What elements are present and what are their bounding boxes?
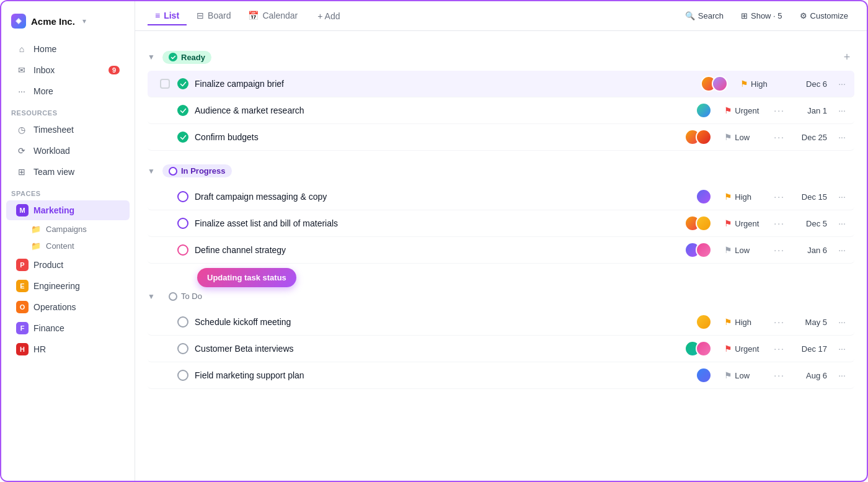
- group-add-ready[interactable]: +: [839, 50, 854, 65]
- task-more-menu[interactable]: ···: [835, 132, 849, 142]
- main-content: ≡ List ⊟ Board 📅 Calendar + Add 🔍 Search…: [135, 1, 867, 481]
- task-status-done[interactable]: [177, 105, 188, 116]
- task-status-todo[interactable]: [177, 316, 188, 328]
- task-status-in-progress[interactable]: [177, 191, 188, 202]
- task-more-menu[interactable]: ···: [835, 218, 849, 228]
- task-more-menu[interactable]: ···: [835, 105, 849, 115]
- tooltip-text: Updating task status: [207, 273, 286, 282]
- task-name: Audience & market research: [195, 105, 696, 115]
- task-checkbox[interactable]: [160, 79, 170, 89]
- in-progress-dot: [169, 167, 177, 176]
- priority-flag-urgent: ⚑: [724, 105, 732, 115]
- space-label: Engineering: [33, 281, 80, 291]
- group-badge-in-progress[interactable]: In Progress: [162, 164, 232, 177]
- task-row[interactable]: Define channel strategy ⚑ Low ··· Jan 6 …: [148, 237, 854, 264]
- chevron-in-progress[interactable]: ▼: [148, 167, 157, 176]
- customize-button[interactable]: ⚙ Customize: [794, 8, 854, 24]
- group-badge-ready[interactable]: Ready: [162, 51, 211, 64]
- task-avatars: [696, 189, 712, 205]
- marketing-badge: M: [16, 204, 29, 216]
- task-status-done[interactable]: [177, 78, 188, 89]
- show-button[interactable]: ⊞ Show · 5: [735, 8, 789, 24]
- priority-label: Low: [735, 133, 750, 142]
- task-more-menu[interactable]: ···: [835, 245, 849, 255]
- task-row[interactable]: Schedule kickoff meeting ⚑ High ··· May …: [148, 309, 854, 336]
- sidebar-item-content[interactable]: 📁 Content: [6, 238, 130, 254]
- tab-list[interactable]: ≡ List: [148, 7, 187, 25]
- avatar: [696, 215, 712, 231]
- task-priority: ⚑ High: [724, 317, 774, 327]
- priority-flag-low: ⚑: [724, 370, 732, 380]
- tab-board[interactable]: ⊟ Board: [189, 7, 238, 25]
- sidebar-item-more[interactable]: ··· More: [6, 81, 130, 101]
- task-row[interactable]: Audience & market research ⚑ Urgent ··· …: [148, 97, 854, 124]
- engineering-badge: E: [16, 280, 29, 292]
- sidebar-item-marketing[interactable]: M Marketing: [6, 200, 130, 220]
- group-header-in-progress: ▼ In Progress: [148, 161, 854, 181]
- task-row[interactable]: Confirm budgets ⚑ Low ··· Dec 25 ···: [148, 124, 854, 151]
- task-list-content: ▼ Ready + Finalize campaign brief ⚑: [135, 31, 867, 481]
- sidebar-item-label: Home: [33, 44, 56, 54]
- group-badge-todo[interactable]: To Do: [162, 290, 208, 303]
- task-status-todo[interactable]: [177, 370, 188, 381]
- task-status-done[interactable]: [177, 132, 188, 143]
- avatar: [696, 314, 712, 330]
- avatar: [696, 129, 712, 145]
- chevron-ready[interactable]: ▼: [148, 53, 157, 61]
- task-more-menu[interactable]: ···: [835, 79, 849, 89]
- task-dots: ···: [774, 218, 785, 228]
- sidebar-item-timesheet[interactable]: ◷ Timesheet: [6, 120, 130, 140]
- task-row[interactable]: Finalize campaign brief ⚑ High Dec 6 ···: [148, 71, 854, 97]
- task-more-menu[interactable]: ···: [835, 317, 849, 327]
- sidebar-item-home[interactable]: ⌂ Home: [6, 39, 130, 59]
- clock-icon: ◷: [16, 124, 27, 135]
- search-button[interactable]: 🔍 Search: [679, 8, 730, 24]
- app-logo[interactable]: Acme Inc. ▾: [1, 9, 135, 38]
- topnav-actions: 🔍 Search ⊞ Show · 5 ⚙ Customize: [679, 8, 854, 24]
- task-avatars: [701, 76, 728, 92]
- task-row[interactable]: Finalize asset list and bill of material…: [148, 210, 854, 237]
- hr-badge: H: [16, 343, 29, 355]
- task-date: Dec 6: [790, 79, 827, 89]
- priority-label: High: [735, 192, 751, 202]
- sidebar-item-product[interactable]: P Product: [6, 255, 130, 275]
- resources-section-label: Resources: [1, 102, 135, 119]
- task-dots: ···: [774, 370, 785, 380]
- task-row[interactable]: Customer Beta interviews ⚑ Urgent ··· De…: [148, 336, 854, 362]
- task-avatars: [684, 215, 712, 231]
- add-button[interactable]: + Add: [310, 7, 347, 25]
- inbox-badge: 9: [108, 66, 120, 74]
- task-date: Dec 5: [790, 219, 827, 228]
- priority-label: Urgent: [735, 219, 759, 228]
- task-priority: ⚑ High: [740, 79, 790, 89]
- sub-item-label: Campaigns: [46, 225, 87, 234]
- sidebar-item-teamview[interactable]: ⊞ Team view: [6, 162, 130, 182]
- group-label-in-progress: In Progress: [181, 166, 226, 176]
- sidebar-item-operations[interactable]: O Operations: [6, 297, 130, 317]
- sidebar-item-finance[interactable]: F Finance: [6, 318, 130, 338]
- task-more-menu[interactable]: ···: [835, 344, 849, 354]
- sidebar-item-inbox[interactable]: ✉ Inbox 9: [6, 60, 130, 80]
- sidebar-item-engineering[interactable]: E Engineering: [6, 276, 130, 296]
- task-status-in-progress[interactable]: [177, 244, 188, 256]
- app-name: Acme Inc.: [31, 16, 75, 27]
- search-icon: 🔍: [685, 11, 695, 20]
- space-label: Operations: [33, 302, 76, 312]
- folder-icon: 📁: [31, 225, 41, 234]
- ready-dot: [169, 53, 177, 61]
- task-row[interactable]: Draft campaign messaging & copy ⚑ High ·…: [148, 184, 854, 210]
- task-row[interactable]: Field marketing support plan ⚑ Low ··· A…: [148, 362, 854, 389]
- sidebar-item-label: Workload: [33, 146, 70, 156]
- task-more-menu[interactable]: ···: [835, 192, 849, 202]
- sidebar-item-campaigns[interactable]: 📁 Campaigns: [6, 221, 130, 237]
- task-name: Draft campaign messaging & copy: [195, 192, 696, 202]
- task-status-in-progress[interactable]: [177, 218, 188, 229]
- sidebar-item-hr[interactable]: H HR: [6, 339, 130, 359]
- task-status-todo[interactable]: [177, 343, 188, 354]
- task-more-menu[interactable]: ···: [835, 370, 849, 380]
- task-priority: ⚑ Low: [724, 370, 774, 380]
- top-navigation: ≡ List ⊟ Board 📅 Calendar + Add 🔍 Search…: [135, 1, 867, 31]
- chevron-todo[interactable]: ▼: [148, 292, 157, 301]
- tab-calendar[interactable]: 📅 Calendar: [241, 7, 305, 25]
- sidebar-item-workload[interactable]: ⟳ Workload: [6, 141, 130, 161]
